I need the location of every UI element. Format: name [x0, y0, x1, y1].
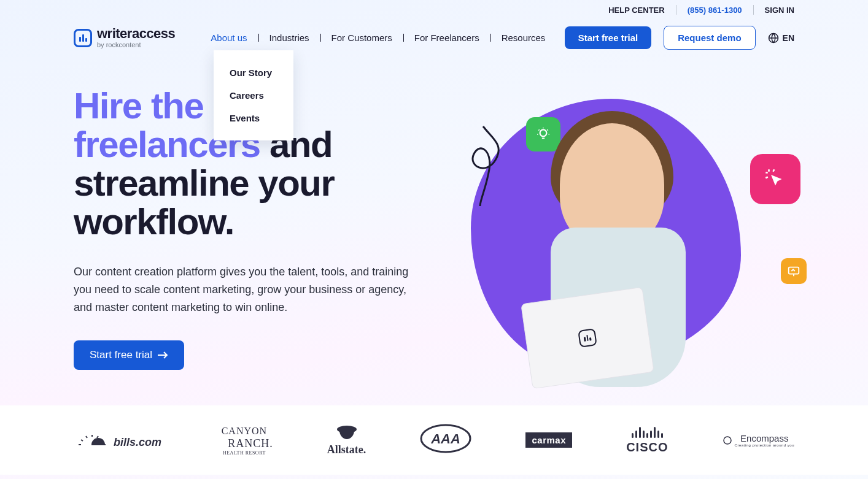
phone-link[interactable]: (855) 861-1300 [688, 6, 742, 15]
about-us-dropdown: Our Story Careers Events [214, 50, 293, 140]
hero-start-free-trial-button[interactable]: Start free trial [74, 340, 184, 370]
hands-icon [336, 424, 358, 440]
nav-industries[interactable]: Industries [258, 33, 320, 43]
presentation-icon [787, 264, 800, 278]
hero-illustration [446, 86, 794, 381]
laptop-illustration [521, 287, 654, 389]
nav-resources[interactable]: Resources [490, 33, 557, 43]
circle-icon [723, 435, 732, 445]
logo[interactable]: writeraccess by rockcontent [74, 27, 175, 48]
svg-text:AAA: AAA [431, 431, 461, 446]
topbar-separator [676, 5, 676, 15]
help-center-link[interactable]: HELP CENTER [608, 6, 665, 15]
aaa-icon: AAA [420, 424, 471, 453]
logo-text: writeraccess [97, 27, 175, 40]
nav-for-freelancers[interactable]: For Freelancers [403, 33, 490, 43]
dropdown-careers[interactable]: Careers [214, 84, 293, 107]
client-logo-allstate: Allstate. [327, 424, 366, 456]
presentation-badge [781, 258, 807, 284]
hero-cta-label: Start free trial [90, 349, 152, 361]
arrow-right-icon [157, 351, 168, 359]
client-logo-carmax: carmax [525, 432, 572, 448]
start-free-trial-button[interactable]: Start free trial [565, 26, 652, 49]
nav-about-us[interactable]: About us [200, 33, 258, 43]
cursor-badge [750, 154, 800, 204]
dropdown-our-story[interactable]: Our Story [214, 61, 293, 84]
hero-bold: workflow. [74, 201, 234, 242]
nav-for-customers[interactable]: For Customers [320, 33, 403, 43]
main-nav: About us Industries For Customers For Fr… [200, 33, 564, 43]
client-logos-strip: bills.com CANYON RANCH. HEALTH RESORT Al… [0, 405, 868, 475]
signin-link[interactable]: SIGN IN [765, 6, 794, 15]
laptop-logo-icon [578, 328, 597, 348]
hero-subtext: Our content creation platform gives you … [74, 263, 422, 316]
client-logo-bills: bills.com [74, 431, 161, 449]
client-logo-canyon-ranch: CANYON RANCH. HEALTH RESORT [215, 424, 273, 456]
topbar-separator [753, 5, 754, 15]
person-illustration [502, 111, 723, 393]
logo-subtext: by rockcontent [97, 42, 175, 48]
client-logo-encompass: EncompassCreating protection around you [723, 433, 794, 447]
sun-icon [74, 431, 110, 446]
cursor-click-icon [762, 166, 788, 192]
language-selector[interactable]: EN [768, 33, 794, 44]
svg-point-6 [724, 437, 731, 444]
request-demo-button[interactable]: Request demo [664, 26, 755, 50]
globe-icon [768, 33, 779, 44]
dropdown-events[interactable]: Events [214, 107, 293, 129]
client-logo-aaa: AAA [420, 424, 471, 456]
logo-icon [74, 29, 92, 47]
client-logo-cisco: CISCO [626, 426, 668, 454]
language-label: EN [783, 33, 794, 43]
